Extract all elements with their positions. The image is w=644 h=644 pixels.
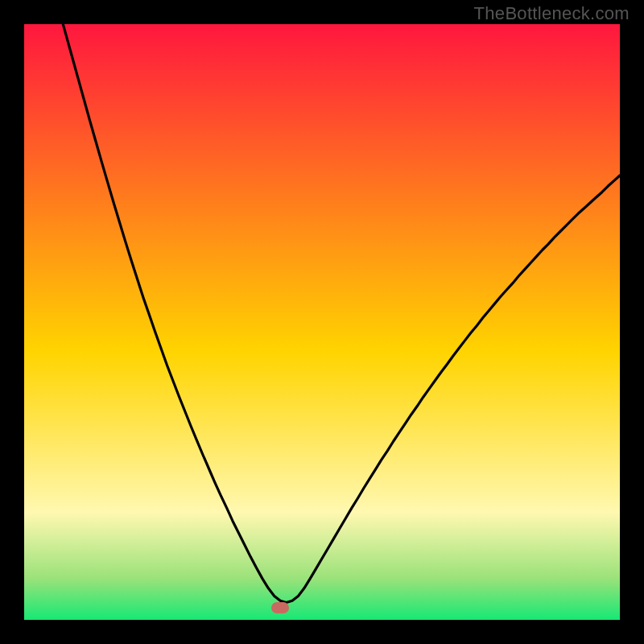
plot-area bbox=[24, 24, 620, 620]
gradient-bg bbox=[24, 24, 620, 620]
optimal-marker bbox=[271, 602, 289, 613]
watermark-text: TheBottleneck.com bbox=[474, 3, 630, 24]
chart-frame: TheBottleneck.com bbox=[0, 0, 644, 644]
chart-svg bbox=[24, 24, 620, 620]
